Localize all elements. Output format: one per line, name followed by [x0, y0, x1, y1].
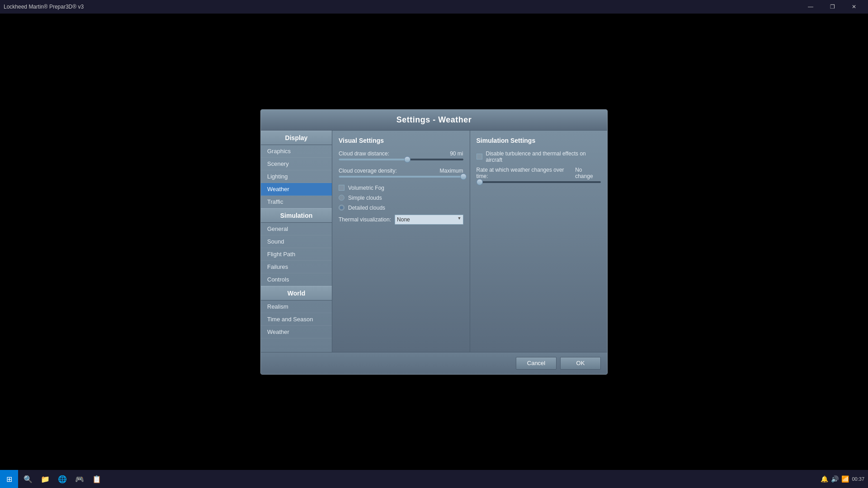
cloud-coverage-density-label: Cloud coverage density:: [339, 168, 397, 174]
sidebar-item-general[interactable]: General: [261, 223, 332, 235]
taskbar-right: 🔔 🔊 📶 00:37: [817, 470, 868, 488]
weather-change-rate-thumb[interactable]: [476, 179, 483, 185]
volumetric-fog-row: Volumetric Fog: [339, 185, 463, 191]
main-content: Visual Settings Cloud draw distance: 90 …: [332, 131, 607, 352]
start-icon: ⊞: [6, 475, 12, 483]
dialog-footer: Cancel OK: [261, 352, 607, 374]
cloud-coverage-density-container: Cloud coverage density: Maximum: [339, 168, 463, 178]
taskbar-search[interactable]: 🔍: [20, 471, 36, 487]
sidebar-item-weather-world[interactable]: Weather: [261, 326, 332, 338]
volumetric-fog-checkbox[interactable]: [339, 185, 344, 191]
taskbar-notifications[interactable]: 🔔: [821, 475, 828, 483]
visual-settings-title: Visual Settings: [339, 137, 463, 144]
taskbar-browser[interactable]: 🌐: [54, 471, 71, 487]
weather-change-rate-value: No change: [575, 167, 601, 179]
sidebar-item-scenery[interactable]: Scenery: [261, 158, 332, 170]
sidebar-group-world: World: [261, 286, 332, 300]
taskbar-file-explorer[interactable]: 📁: [37, 471, 53, 487]
start-button[interactable]: ⊞: [0, 470, 18, 488]
cloud-draw-distance-container: Cloud draw distance: 90 mi: [339, 150, 463, 160]
detailed-clouds-radio[interactable]: [339, 205, 344, 211]
weather-change-rate-container: Rate at which weather changes over time:…: [476, 167, 601, 183]
ok-button[interactable]: OK: [560, 357, 601, 370]
cloud-draw-distance-label: Cloud draw distance:: [339, 150, 389, 157]
cloud-draw-distance-value: 90 mi: [450, 150, 463, 157]
cloud-draw-distance-header: Cloud draw distance: 90 mi: [339, 150, 463, 157]
sidebar-item-graphics[interactable]: Graphics: [261, 145, 332, 158]
cloud-draw-distance-thumb[interactable]: [404, 156, 410, 163]
simulation-settings-title: Simulation Settings: [476, 137, 601, 144]
sidebar-item-controls[interactable]: Controls: [261, 273, 332, 286]
cloud-coverage-density-fill: [339, 176, 463, 178]
thermal-visualization-select[interactable]: None Simple Detailed: [395, 215, 463, 225]
disable-turbulence-label: Disable turbulence and thermal effects o…: [486, 150, 601, 163]
taskbar-app2[interactable]: 📋: [89, 471, 105, 487]
volumetric-fog-label: Volumetric Fog: [348, 185, 384, 191]
title-bar-controls: — ❐ ✕: [800, 0, 864, 14]
cloud-coverage-density-header: Cloud coverage density: Maximum: [339, 168, 463, 174]
cloud-draw-distance-track[interactable]: [339, 159, 463, 160]
simple-clouds-row: Simple clouds: [339, 195, 463, 201]
settings-dialog: Settings - Weather Display Graphics Scen…: [260, 109, 608, 375]
sidebar-item-lighting[interactable]: Lighting: [261, 170, 332, 183]
taskbar-time[interactable]: 00:37: [852, 476, 864, 482]
detailed-clouds-row: Detailed clouds: [339, 205, 463, 211]
thermal-visualization-select-wrapper: None Simple Detailed: [395, 215, 463, 225]
simple-clouds-label: Simple clouds: [348, 195, 382, 201]
sidebar-item-failures[interactable]: Failures: [261, 261, 332, 273]
detailed-clouds-label: Detailed clouds: [348, 205, 385, 211]
sidebar-item-realism[interactable]: Realism: [261, 300, 332, 313]
taskbar-network[interactable]: 📶: [841, 475, 849, 483]
cloud-coverage-density-value: Maximum: [439, 168, 463, 174]
simulation-settings-panel: Simulation Settings Disable turbulence a…: [470, 131, 608, 352]
cloud-coverage-density-thumb[interactable]: [460, 174, 467, 180]
weather-change-rate-track[interactable]: [476, 181, 601, 183]
visual-settings-panel: Visual Settings Cloud draw distance: 90 …: [332, 131, 470, 352]
cloud-draw-distance-fill: [339, 159, 407, 160]
taskbar-app1[interactable]: 🎮: [71, 471, 88, 487]
taskbar-icons: 🔍 📁 🌐 🎮 📋: [18, 471, 107, 487]
simple-clouds-radio[interactable]: [339, 195, 344, 201]
sidebar-item-time-and-season[interactable]: Time and Season: [261, 313, 332, 326]
taskbar-volume[interactable]: 🔊: [831, 475, 839, 483]
thermal-visualization-row: Thermal visualization: None Simple Detai…: [339, 215, 463, 225]
disable-turbulence-row: Disable turbulence and thermal effects o…: [476, 150, 601, 163]
cancel-button[interactable]: Cancel: [516, 357, 557, 370]
weather-change-rate-label: Rate at which weather changes over time:: [476, 167, 576, 179]
sidebar-item-sound[interactable]: Sound: [261, 235, 332, 248]
title-bar: Lockheed Martin® Prepar3D® v3 — ❐ ✕: [0, 0, 868, 14]
sidebar-item-traffic[interactable]: Traffic: [261, 196, 332, 208]
sidebar-group-simulation: Simulation: [261, 208, 332, 223]
sidebar-item-weather-display[interactable]: Weather: [261, 183, 332, 196]
minimize-button[interactable]: —: [800, 0, 821, 14]
thermal-visualization-label: Thermal visualization:: [339, 216, 391, 223]
sidebar-item-flight-path[interactable]: Flight Path: [261, 248, 332, 261]
dialog-title: Settings - Weather: [261, 110, 607, 131]
cloud-coverage-density-track[interactable]: [339, 176, 463, 178]
restore-button[interactable]: ❐: [822, 0, 843, 14]
sidebar: Display Graphics Scenery Lighting Weathe…: [261, 131, 332, 352]
title-bar-text: Lockheed Martin® Prepar3D® v3: [4, 4, 800, 10]
disable-turbulence-checkbox[interactable]: [476, 154, 482, 160]
close-button[interactable]: ✕: [844, 0, 864, 14]
weather-change-rate-header: Rate at which weather changes over time:…: [476, 167, 601, 179]
dialog-overlay: Settings - Weather Display Graphics Scen…: [0, 14, 868, 470]
sidebar-group-display: Display: [261, 131, 332, 145]
taskbar: ⊞ 🔍 📁 🌐 🎮 📋 🔔 🔊 📶 00:37: [0, 470, 868, 488]
dialog-body: Display Graphics Scenery Lighting Weathe…: [261, 131, 607, 352]
